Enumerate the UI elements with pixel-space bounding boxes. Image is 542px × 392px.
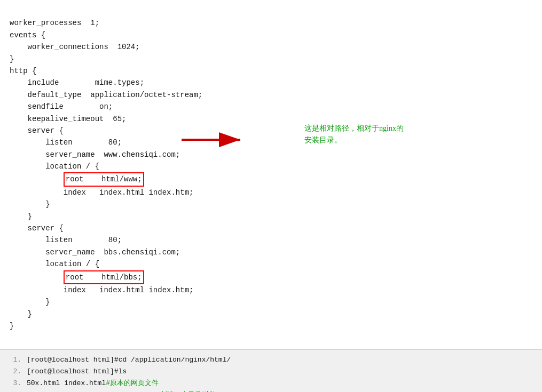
line-root-www: root html/www;: [10, 175, 144, 183]
terminal-line-2: 2. [root@localhost html]# ls: [0, 366, 542, 378]
nginx-config: worker_processes 1; events { worker_conn…: [10, 5, 532, 344]
line-location2: location / {: [10, 260, 99, 268]
line-number-2: 2.: [6, 366, 21, 377]
line-number-1: 1.: [6, 355, 21, 365]
terminal-line-3: 3. 50x.html index.html #原本的网页文件: [0, 378, 542, 389]
line-location1: location / {: [10, 162, 99, 171]
line-events: events {: [10, 31, 45, 39]
line-default-type: default_type application/octet-stream;: [10, 91, 202, 99]
prompt-1: [root@localhost html]#: [27, 355, 119, 365]
line-worker-conn: worker_connections 1024;: [10, 43, 140, 51]
line-include: include mime.types;: [10, 78, 144, 87]
line-loc1-close: }: [10, 200, 50, 209]
line-server1-close: }: [10, 212, 32, 221]
terminal-line-4: 4. [root@localhost html]# mkdir www #创建一…: [0, 389, 542, 392]
terminal-section: 1. [root@localhost html]# cd /applicatio…: [0, 349, 542, 392]
line-http: http {: [10, 67, 36, 75]
line-server1: server {: [10, 126, 64, 135]
line-root-bbs: root html/bbs;: [10, 273, 144, 282]
line-http-close: }: [10, 322, 14, 330]
cmd-2: ls: [119, 366, 127, 377]
line-number-3: 3.: [6, 378, 21, 389]
cmd-1: cd /application/nginx/html/: [119, 355, 231, 365]
highlight-root-bbs: root html/bbs;: [64, 270, 144, 284]
line-index2: index index.html index.htm;: [10, 286, 193, 294]
highlight-root-www: root html/www;: [64, 172, 144, 186]
line-events-close: }: [10, 55, 14, 63]
line-listen2: listen 80;: [10, 236, 122, 244]
terminal-line-1: 1. [root@localhost html]# cd /applicatio…: [0, 354, 542, 366]
code-section: worker_processes 1; events { worker_conn…: [0, 0, 542, 349]
cmd-3: 50x.html index.html: [27, 378, 106, 389]
comment-3: #原本的网页文件: [106, 378, 159, 389]
comment-4: #创建一个目录叫做www: [156, 390, 228, 392]
line-server2: server {: [10, 224, 64, 233]
line-index1: index index.html index.htm;: [10, 188, 193, 197]
line-sendfile: sendfile on;: [10, 102, 113, 111]
line-listen1: listen 80;: [10, 138, 122, 147]
annotation-text: 这是相对路径，相对于nginx的安装目录。: [304, 123, 404, 147]
cmd-4: mkdir www: [119, 390, 156, 392]
prompt-4: [root@localhost html]#: [27, 390, 119, 392]
prompt-2: [root@localhost html]#: [27, 366, 119, 377]
line-servername1: server_name www.chensiqi.com;: [10, 150, 180, 159]
line-number-4: 4.: [6, 390, 21, 392]
line-loc2-close: }: [10, 298, 50, 306]
line-worker: worker_processes 1;: [10, 19, 99, 27]
line-server2-close: }: [10, 310, 32, 318]
line-servername2: server_name bbs.chensiqi.com;: [10, 248, 180, 257]
line-keepalive: keepalive_timeout 65;: [10, 115, 126, 123]
